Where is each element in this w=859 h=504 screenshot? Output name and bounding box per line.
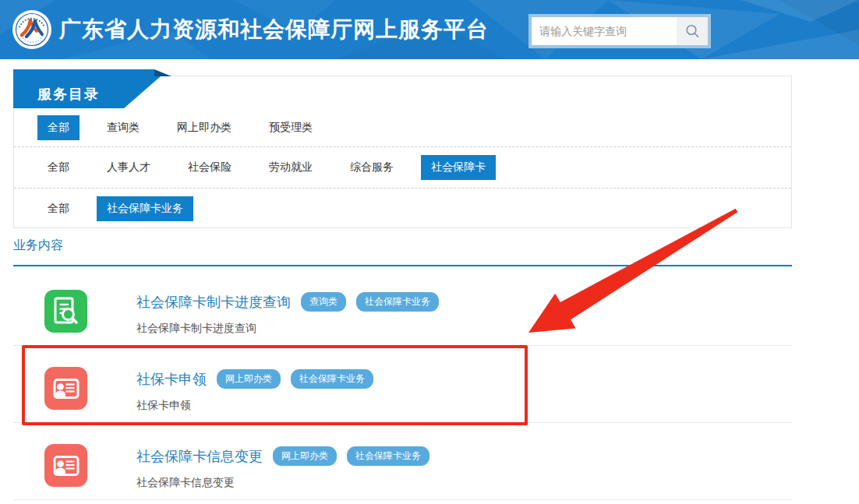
catalog-banner-label: 服务目录 (37, 85, 100, 104)
gdhrss-logo (12, 10, 51, 49)
service-description: 社会保障卡制卡进度查询 (136, 322, 439, 336)
filter-row-business: 全部 社会保障卡业务 (14, 188, 791, 228)
filter-cat-hr[interactable]: 人事人才 (97, 155, 161, 180)
id-card-icon (44, 367, 87, 410)
service-item-card-info-change: 社会保障卡信息变更 网上即办类 社会保障卡业务 社会保障卡信息变更 (13, 423, 792, 500)
service-tag: 查询类 (301, 292, 346, 312)
service-tag: 社会保障卡业务 (347, 446, 430, 466)
search-input[interactable] (532, 17, 677, 45)
service-list: 社会保障卡制卡进度查询 查询类 社会保障卡业务 社会保障卡制卡进度查询 社保卡申… (13, 269, 792, 500)
filter-type-preaccept[interactable]: 预受理类 (259, 115, 323, 140)
service-title-link[interactable]: 社保卡申领 (136, 370, 207, 389)
filter-row-category: 全部 人事人才 社会保险 劳动就业 综合服务 社会保障卡 (14, 146, 791, 188)
filter-type-query[interactable]: 查询类 (97, 115, 150, 140)
service-catalog-panel: 服务目录 全部 查询类 网上即办类 预受理类 全部 人事人才 社会保险 劳动就业… (13, 76, 792, 228)
search-icon (684, 23, 700, 39)
filter-cat-insurance[interactable]: 社会保险 (178, 155, 242, 180)
page-title: 广东省人力资源和社会保障厅网上服务平台 (59, 0, 489, 59)
section-title: 业务内容 (13, 238, 63, 252)
app-header: 广东省人力资源和社会保障厅网上服务平台 (0, 0, 859, 59)
filter-biz-social-card[interactable]: 社会保障卡业务 (97, 196, 193, 221)
service-tag: 社会保障卡业务 (356, 292, 439, 312)
id-card-icon (44, 444, 87, 487)
service-tag: 网上即办类 (217, 369, 281, 389)
service-body: 社会保障卡信息变更 网上即办类 社会保障卡业务 社会保障卡信息变更 (136, 446, 430, 490)
service-item-card-progress: 社会保障卡制卡进度查询 查询类 社会保障卡业务 社会保障卡制卡进度查询 (13, 269, 792, 346)
filter-biz-all[interactable]: 全部 (37, 196, 80, 221)
search-button[interactable] (677, 17, 708, 45)
filter-cat-employment[interactable]: 劳动就业 (259, 155, 323, 180)
service-body: 社会保障卡制卡进度查询 查询类 社会保障卡业务 社会保障卡制卡进度查询 (136, 292, 439, 336)
filter-cat-all[interactable]: 全部 (37, 155, 80, 180)
service-description: 社保卡申领 (136, 399, 373, 413)
service-item-card-apply: 社保卡申领 网上即办类 社会保障卡业务 社保卡申领 (13, 346, 792, 423)
filter-cat-social-card[interactable]: 社会保障卡 (421, 155, 496, 180)
service-tag: 社会保障卡业务 (291, 369, 373, 389)
filter-type-all[interactable]: 全部 (37, 115, 80, 140)
service-title-link[interactable]: 社会保障卡信息变更 (136, 447, 263, 466)
service-title-link[interactable]: 社会保障卡制卡进度查询 (136, 293, 291, 312)
service-description: 社会保障卡信息变更 (136, 476, 430, 490)
filter-row-type: 全部 查询类 网上即办类 预受理类 (14, 109, 791, 146)
section-header: 业务内容 (13, 238, 792, 266)
filter-cat-general[interactable]: 综合服务 (340, 155, 404, 180)
document-search-icon (44, 290, 87, 333)
search-bar (528, 14, 711, 48)
service-tag: 网上即办类 (273, 446, 337, 466)
service-body: 社保卡申领 网上即办类 社会保障卡业务 社保卡申领 (136, 369, 373, 413)
filter-type-online[interactable]: 网上即办类 (167, 115, 242, 140)
